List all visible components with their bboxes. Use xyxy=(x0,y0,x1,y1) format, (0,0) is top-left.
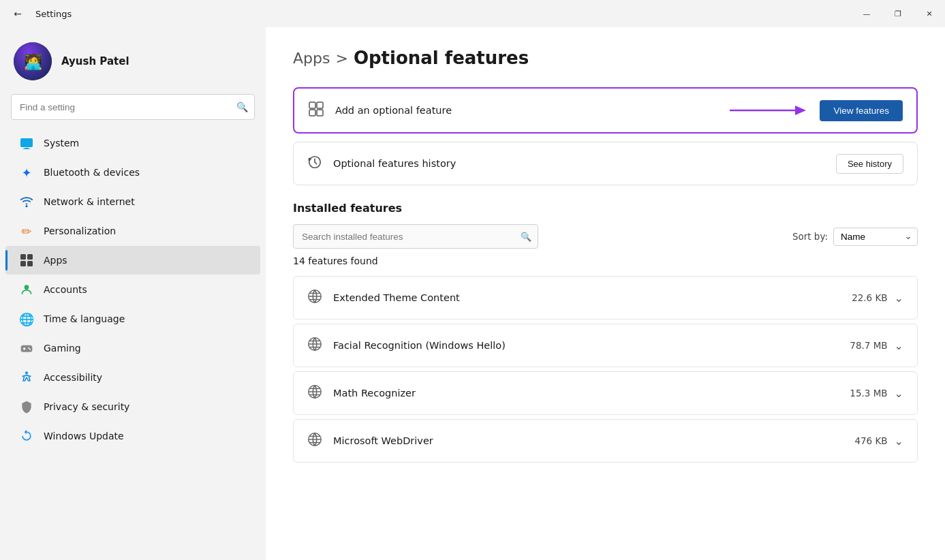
network-icon xyxy=(19,194,34,209)
svg-point-12 xyxy=(28,347,29,349)
svg-marker-20 xyxy=(795,106,806,115)
back-button[interactable]: ← xyxy=(8,4,27,23)
search-sort-row: 🔍 Sort by: Name Size Date installed xyxy=(293,224,918,249)
search-icon: 🔍 xyxy=(236,102,248,112)
titlebar-left: ← Settings xyxy=(8,4,72,23)
feature-size: 22.6 KB xyxy=(852,292,887,303)
avatar-inner: 🧑‍💻 xyxy=(14,42,52,80)
feature-item-icon xyxy=(307,384,322,402)
sidebar-item-accessibility[interactable]: Accessibility xyxy=(5,363,260,392)
feature-item-webdriver[interactable]: Microsoft WebDriver 476 KB ⌄ xyxy=(293,419,918,463)
sidebar-item-gaming[interactable]: Gaming xyxy=(5,334,260,362)
feature-item-right: 476 KB ⌄ xyxy=(854,435,903,448)
svg-rect-6 xyxy=(20,261,26,266)
search-features-box: 🔍 xyxy=(293,224,538,249)
close-icon: ✕ xyxy=(926,10,932,18)
sidebar-item-label: Personalization xyxy=(44,225,116,236)
feature-item-facial-recognition[interactable]: Facial Recognition (Windows Hello) 78.7 … xyxy=(293,324,918,367)
sort-row: Sort by: Name Size Date installed xyxy=(792,228,918,246)
feature-item-right: 22.6 KB ⌄ xyxy=(852,292,903,305)
history-icon xyxy=(307,155,322,173)
breadcrumb-current: Optional features xyxy=(354,48,529,68)
feature-chevron-icon[interactable]: ⌄ xyxy=(895,435,903,448)
minimize-icon: — xyxy=(863,10,871,18)
svg-point-3 xyxy=(26,206,27,207)
svg-point-14 xyxy=(25,371,28,374)
accounts-icon xyxy=(19,282,34,297)
sort-select[interactable]: Name Size Date installed xyxy=(833,228,918,246)
sidebar-item-system[interactable]: System xyxy=(5,129,260,157)
feature-item-icon xyxy=(307,432,322,450)
feature-chevron-icon[interactable]: ⌄ xyxy=(895,292,903,305)
feature-item-icon xyxy=(307,337,322,354)
breadcrumb-separator: > xyxy=(335,50,347,67)
add-feature-left: Add an optional feature xyxy=(308,101,452,121)
add-feature-text: Add an optional feature xyxy=(335,105,452,116)
feature-item-right: 15.3 MB ⌄ xyxy=(850,387,903,400)
svg-rect-5 xyxy=(27,254,33,260)
sidebar-item-label: Windows Update xyxy=(44,431,124,441)
feature-item-name: Facial Recognition (Windows Hello) xyxy=(333,340,506,351)
breadcrumb: Apps > Optional features xyxy=(293,48,918,68)
sidebar-item-label: Gaming xyxy=(44,343,81,354)
feature-item-name: Math Recognizer xyxy=(333,388,416,399)
history-card: Optional features history See history xyxy=(293,142,918,185)
maximize-button[interactable]: ❐ xyxy=(882,0,914,27)
sidebar-item-apps[interactable]: Apps xyxy=(5,246,260,275)
search-features-input[interactable] xyxy=(293,224,538,249)
sidebar-item-privacy[interactable]: Privacy & security xyxy=(5,392,260,421)
personalization-icon: ✏️ xyxy=(19,223,34,238)
sidebar-item-label: Network & internet xyxy=(44,196,135,207)
system-icon xyxy=(19,136,34,151)
feature-item-icon xyxy=(307,289,322,307)
feature-item-left: Math Recognizer xyxy=(307,384,416,402)
svg-rect-15 xyxy=(309,102,315,108)
svg-point-13 xyxy=(29,349,31,350)
svg-rect-7 xyxy=(27,261,33,266)
sidebar-item-bluetooth[interactable]: ✦ Bluetooth & devices xyxy=(5,158,260,187)
feature-item-name: Microsoft WebDriver xyxy=(333,435,433,446)
sidebar: 🧑‍💻 Ayush Patel 🔍 System xyxy=(0,27,266,560)
feature-item-left: Extended Theme Content xyxy=(307,289,460,307)
sidebar-item-personalization[interactable]: ✏️ Personalization xyxy=(5,217,260,245)
minimize-button[interactable]: — xyxy=(851,0,882,27)
feature-chevron-icon[interactable]: ⌄ xyxy=(895,387,903,400)
bluetooth-icon: ✦ xyxy=(19,165,34,180)
sort-label: Sort by: xyxy=(792,231,828,242)
sidebar-item-update[interactable]: Windows Update xyxy=(5,422,260,450)
sidebar-item-label: Bluetooth & devices xyxy=(44,167,140,178)
titlebar-controls: — ❐ ✕ xyxy=(851,0,945,27)
search-input[interactable] xyxy=(11,94,255,120)
svg-rect-2 xyxy=(23,149,30,149)
svg-rect-16 xyxy=(317,102,323,108)
user-name: Ayush Patel xyxy=(61,55,129,67)
feature-item-extended-theme[interactable]: Extended Theme Content 22.6 KB ⌄ xyxy=(293,276,918,320)
close-button[interactable]: ✕ xyxy=(914,0,945,27)
add-feature-right: View features xyxy=(727,100,903,121)
sidebar-item-time[interactable]: 🌐 Time & language xyxy=(5,305,260,333)
feature-item-left: Microsoft WebDriver xyxy=(307,432,433,450)
see-history-button[interactable]: See history xyxy=(836,154,903,174)
avatar-icon: 🧑‍💻 xyxy=(24,53,42,70)
time-icon: 🌐 xyxy=(19,311,34,326)
add-feature-icon xyxy=(308,101,324,121)
svg-rect-9 xyxy=(21,345,33,352)
feature-size: 15.3 MB xyxy=(850,388,887,399)
privacy-icon xyxy=(19,399,34,414)
search-features-icon: 🔍 xyxy=(521,232,531,242)
view-features-button[interactable]: View features xyxy=(820,100,903,121)
avatar: 🧑‍💻 xyxy=(14,42,52,80)
breadcrumb-parent[interactable]: Apps xyxy=(293,50,330,67)
sidebar-item-label: Accessibility xyxy=(44,372,102,383)
feature-item-math-recognizer[interactable]: Math Recognizer 15.3 MB ⌄ xyxy=(293,371,918,415)
sidebar-nav: System ✦ Bluetooth & devices Network & i… xyxy=(0,128,266,451)
update-icon xyxy=(19,429,34,444)
sidebar-item-network[interactable]: Network & internet xyxy=(5,187,260,216)
search-box: 🔍 xyxy=(11,94,255,120)
sort-select-wrap: Name Size Date installed xyxy=(833,228,918,246)
feature-item-name: Extended Theme Content xyxy=(333,292,460,303)
sidebar-item-accounts[interactable]: Accounts xyxy=(5,275,260,304)
svg-rect-18 xyxy=(317,110,323,116)
gaming-icon xyxy=(19,341,34,356)
feature-chevron-icon[interactable]: ⌄ xyxy=(895,339,903,352)
